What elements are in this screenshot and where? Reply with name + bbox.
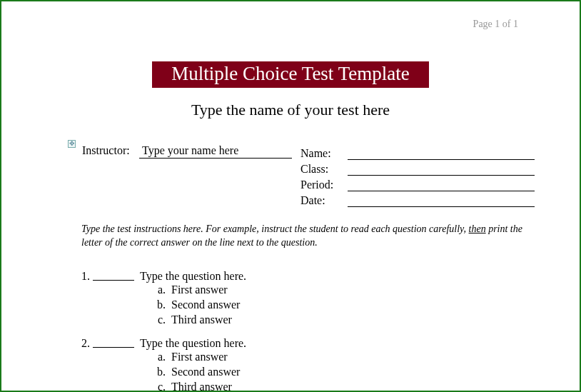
page-number: Page 1 of 1	[473, 19, 518, 30]
question-block[interactable]: 1. Type the question here. a. First answ…	[81, 270, 246, 327]
answer-letter: b.	[153, 365, 171, 380]
period-label: Period:	[300, 179, 345, 191]
document-title[interactable]: Multiple Choice Test Template	[152, 61, 429, 88]
instructions-text[interactable]: Type the test instructions here. For exa…	[81, 223, 535, 250]
answer-option[interactable]: a. First answer	[153, 350, 246, 365]
class-label: Class:	[300, 163, 345, 176]
answer-letter: c.	[153, 313, 171, 328]
answer-letter: a.	[153, 283, 171, 298]
instructions-part1: Type the test instructions here. For exa…	[81, 223, 469, 234]
answer-option[interactable]: a. First answer	[153, 283, 246, 298]
answer-option[interactable]: c. Third answer	[153, 380, 246, 392]
answer-option[interactable]: b. Second answer	[153, 298, 246, 313]
answer-letter: c.	[153, 380, 171, 392]
answer-text: First answer	[171, 350, 228, 365]
answer-text: Third answer	[171, 380, 232, 392]
name-label: Name:	[300, 147, 345, 160]
answer-option[interactable]: c. Third answer	[153, 313, 246, 328]
instructor-label: Instructor:	[82, 144, 139, 207]
question-prompt[interactable]: Type the question here.	[140, 337, 246, 350]
questions-list: 1. Type the question here. a. First answ…	[81, 270, 246, 392]
instructor-field[interactable]: Type your name here	[139, 144, 292, 159]
answer-blank[interactable]	[93, 270, 134, 281]
answer-text: First answer	[171, 283, 228, 298]
date-field[interactable]	[348, 196, 535, 207]
answer-blank[interactable]	[93, 337, 134, 348]
name-field[interactable]	[348, 149, 535, 160]
answer-text: Second answer	[171, 298, 240, 313]
question-prompt[interactable]: Type the question here.	[140, 270, 246, 283]
period-field[interactable]	[348, 180, 535, 191]
class-field[interactable]	[348, 164, 535, 176]
answer-letter: b.	[153, 298, 171, 313]
answer-text: Second answer	[171, 365, 240, 380]
answer-text: Third answer	[171, 313, 232, 328]
instructions-underlined: then	[469, 223, 486, 234]
answer-option[interactable]: b. Second answer	[153, 365, 246, 380]
question-number: 1.	[81, 270, 93, 283]
table-anchor-icon[interactable]: ✥	[68, 140, 76, 148]
answer-letter: a.	[153, 350, 171, 365]
info-table: Instructor: Type your name here Name: Cl…	[82, 144, 535, 207]
question-number: 2.	[81, 337, 93, 350]
question-block[interactable]: 2. Type the question here. a. First answ…	[81, 337, 246, 392]
test-name-placeholder[interactable]: Type the name of your test here	[1, 101, 580, 119]
date-label: Date:	[300, 194, 345, 207]
